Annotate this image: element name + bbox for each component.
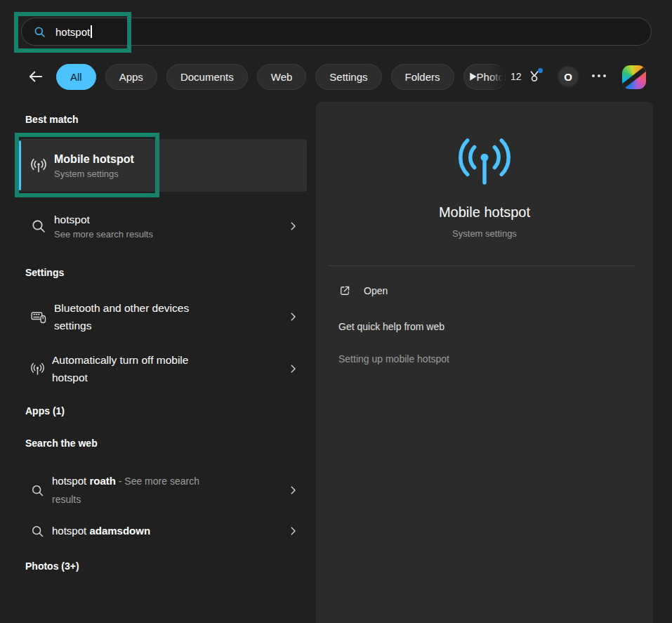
preview-title: Mobile hotspot (316, 204, 653, 221)
rewards-points: 12 (510, 71, 522, 82)
search-icon (30, 483, 45, 498)
copilot-button[interactable] (622, 65, 646, 89)
result-row-bluetooth-settings[interactable]: Bluetooth and other devices settings (19, 296, 307, 338)
result-title: hotspot adamsdown (52, 522, 150, 540)
result-title: Mobile hotspot (54, 152, 134, 166)
filter-tab-settings[interactable]: Settings (315, 64, 381, 90)
filter-tab-folders[interactable]: Folders (391, 64, 454, 90)
web-header: Search the web (25, 438, 98, 449)
chevron-right-icon[interactable] (288, 364, 298, 374)
chevron-right-icon[interactable] (288, 221, 298, 232)
search-input[interactable]: hotspot (55, 26, 90, 38)
open-button[interactable]: Open (338, 282, 388, 300)
divider (329, 265, 635, 266)
result-row-web-roath[interactable]: hotspot roath - See more search results (19, 468, 307, 513)
filter-tab-web[interactable]: Web (257, 64, 307, 90)
user-avatar[interactable]: O (558, 67, 578, 86)
devices-icon (30, 308, 47, 325)
help-link-setting-up[interactable]: Setting up mobile hotspot (338, 353, 449, 365)
more-tabs-button[interactable] (466, 70, 479, 83)
search-icon (30, 218, 47, 235)
result-row-see-more[interactable]: hotspot See more search results (19, 204, 307, 248)
open-label: Open (364, 285, 388, 296)
result-title: Bluetooth and other devices settings (54, 299, 217, 334)
copilot-icon (622, 65, 646, 89)
rewards-icon (527, 69, 542, 84)
result-title: hotspot (54, 213, 153, 227)
filter-tab-documents[interactable]: Documents (166, 64, 248, 90)
apps-header: Apps (1) (25, 405, 65, 417)
chevron-right-icon[interactable] (288, 526, 298, 537)
result-row-mobile-hotspot[interactable]: Mobile hotspot System settings (19, 139, 307, 192)
selection-indicator (19, 140, 21, 190)
search-bar[interactable]: hotspot (21, 18, 652, 46)
search-icon (33, 25, 46, 39)
result-subtitle: See more search results (54, 229, 153, 240)
open-external-icon (338, 284, 351, 297)
preview-panel: Mobile hotspot System settings Open Get … (316, 102, 653, 623)
search-icon (30, 524, 45, 539)
preview-subtitle: System settings (316, 228, 653, 239)
notification-dot-icon (538, 68, 543, 73)
result-row-auto-hotspot[interactable]: Automatically turn off mobile hotspot (19, 348, 307, 390)
more-options-button[interactable] (592, 74, 606, 77)
hotspot-icon (30, 157, 47, 174)
hotspot-icon (30, 362, 45, 376)
arrow-left-icon (27, 67, 45, 86)
result-title: Automatically turn off mobile hotspot (52, 351, 215, 386)
filter-tab-apps[interactable]: Apps (105, 64, 157, 90)
filter-tab-all[interactable]: All (56, 64, 96, 90)
play-icon (466, 70, 479, 83)
filter-tabs: All Apps Documents Web Settings Folders … (56, 63, 506, 90)
ellipsis-icon (592, 74, 595, 77)
result-row-web-adamsdown[interactable]: hotspot adamsdown (19, 518, 307, 544)
best-match-header: Best match (25, 114, 78, 125)
back-button[interactable] (27, 67, 45, 86)
help-header: Get quick help from web (338, 321, 444, 332)
rewards-badge[interactable]: 12 (510, 69, 542, 84)
chevron-right-icon[interactable] (288, 485, 298, 496)
hotspot-icon-large (316, 136, 653, 189)
text-caret (91, 25, 92, 38)
settings-header: Settings (25, 267, 64, 278)
photos-header: Photos (3+) (25, 560, 79, 572)
avatar-letter: O (564, 71, 572, 83)
result-subtitle: System settings (54, 169, 134, 179)
chevron-right-icon[interactable] (288, 312, 298, 322)
result-title: hotspot roath - See more search results (52, 472, 218, 509)
